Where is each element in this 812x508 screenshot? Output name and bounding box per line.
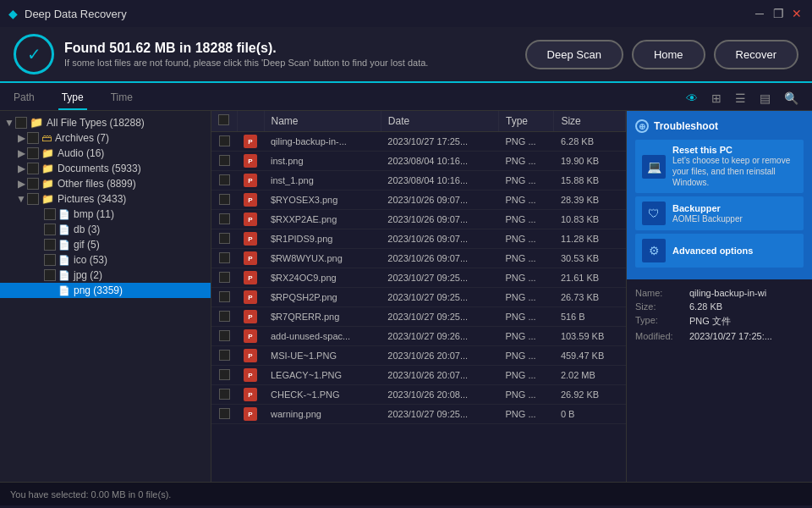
- checkbox-gif[interactable]: [44, 239, 56, 251]
- row-checkbox-2[interactable]: [219, 174, 230, 185]
- troubleshoot-option-advanced[interactable]: ⚙ Advanced options: [635, 234, 804, 268]
- tree-item-pictures[interactable]: ▼ 📁 Pictures (3433): [0, 191, 211, 207]
- table-row[interactable]: P LEGACY~1.PNG 2023/10/26 20:07... PNG .…: [211, 366, 626, 385]
- select-all-checkbox[interactable]: [218, 114, 229, 125]
- file-details: Name: qiling-backup-in-wi Size: 6.28 KB …: [627, 279, 812, 482]
- checkbox-other[interactable]: [27, 178, 39, 190]
- row-checkbox-3[interactable]: [219, 194, 230, 205]
- table-row[interactable]: P $RPQSH2P.png 2023/10/27 09:25... PNG .…: [211, 288, 626, 307]
- file-icon-db: 📄: [58, 224, 70, 235]
- minimize-button[interactable]: ─: [753, 7, 766, 20]
- row-icon-cell: P: [237, 190, 264, 210]
- table-row[interactable]: P CHECK-~1.PNG 2023/10/26 20:08... PNG .…: [211, 385, 626, 405]
- row-date: 2023/10/26 20:07...: [381, 366, 498, 385]
- table-row[interactable]: P inst_1.png 2023/08/04 10:16... PNG ...…: [211, 171, 626, 190]
- grid-icon[interactable]: ⊞: [708, 90, 725, 107]
- file-icon-ico: 📄: [58, 255, 70, 266]
- checkbox-pictures[interactable]: [27, 193, 39, 205]
- tab-time[interactable]: Time: [107, 86, 136, 110]
- row-size: 30.53 KB: [554, 249, 626, 268]
- expander-documents[interactable]: ▶: [15, 163, 27, 174]
- checkbox-db[interactable]: [44, 224, 56, 235]
- tree-item-bmp[interactable]: ▶ 📄 bmp (11): [0, 207, 211, 222]
- tab-path[interactable]: Path: [10, 86, 38, 110]
- search-icon[interactable]: 🔍: [781, 90, 802, 107]
- tree-item-png[interactable]: ▶ 📄 png (3359): [0, 283, 211, 298]
- table-row[interactable]: P MSI-UE~1.PNG 2023/10/26 20:07... PNG .…: [211, 346, 626, 366]
- detail-type-value: PNG 文件: [689, 315, 731, 328]
- table-row[interactable]: P add-unused-spac... 2023/10/27 09:26...…: [211, 327, 626, 346]
- troubleshoot-option-backupper[interactable]: 🛡 Backupper AOMEI Backupper: [635, 196, 804, 230]
- row-checkbox-0[interactable]: [219, 135, 230, 146]
- row-size: 19.90 KB: [554, 152, 626, 171]
- checkbox-bmp[interactable]: [44, 208, 56, 220]
- row-checkbox-6[interactable]: [219, 252, 230, 263]
- table-row[interactable]: P $RXXP2AE.png 2023/10/26 09:07... PNG .…: [211, 210, 626, 229]
- tree-item-archives[interactable]: ▶ 🗃 Archives (7): [0, 130, 211, 146]
- list-icon[interactable]: ☰: [732, 90, 749, 107]
- checkbox-ico[interactable]: [44, 254, 56, 266]
- checkbox-all[interactable]: [15, 117, 27, 129]
- expander-audio[interactable]: ▶: [15, 147, 27, 159]
- tree-item-db[interactable]: ▶ 📄 db (3): [0, 222, 211, 237]
- checkbox-jpg[interactable]: [44, 269, 56, 281]
- deep-scan-button[interactable]: Deep Scan: [525, 40, 623, 69]
- table-row[interactable]: P $RYOSEX3.png 2023/10/26 09:07... PNG .…: [211, 190, 626, 210]
- folder-icon-archives: 🗃: [41, 132, 52, 144]
- checkbox-png[interactable]: [44, 284, 56, 296]
- tree-item-other[interactable]: ▶ 📁 Other files (8899): [0, 176, 211, 191]
- row-checkbox-7[interactable]: [219, 272, 230, 283]
- detail-modified-label: Modified:: [635, 331, 689, 341]
- table-row[interactable]: P $RW8WYUX.png 2023/10/26 09:07... PNG .…: [211, 249, 626, 268]
- table-row[interactable]: P $RX24OC9.png 2023/10/27 09:25... PNG .…: [211, 268, 626, 288]
- checkbox-archives[interactable]: [27, 132, 39, 144]
- eye-icon[interactable]: 👁: [683, 90, 701, 107]
- folder-icon-other: 📁: [41, 178, 54, 190]
- table-row[interactable]: P $R1PIDS9.png 2023/10/26 09:07... PNG .…: [211, 229, 626, 249]
- detail-icon[interactable]: ▤: [756, 90, 774, 107]
- tree-item-all[interactable]: ▼ 📁 All File Types (18288): [0, 114, 211, 130]
- row-checkbox-11[interactable]: [219, 350, 230, 361]
- file-list-scroll[interactable]: Name Date Type Size P qiling-backup-in-.…: [211, 111, 626, 482]
- troubleshoot-option-reset[interactable]: 💻 Reset this PC Let's choose to keep or …: [635, 140, 804, 193]
- tree-item-gif[interactable]: ▶ 📄 gif (5): [0, 237, 211, 252]
- tree-item-audio[interactable]: ▶ 📁 Audio (16): [0, 146, 211, 161]
- row-checkbox-cell: [211, 190, 237, 210]
- checkbox-documents[interactable]: [27, 163, 39, 174]
- row-name: $R7QRERR.png: [264, 307, 381, 327]
- home-button[interactable]: Home: [632, 40, 705, 69]
- tree-item-documents[interactable]: ▶ 📁 Documents (5933): [0, 161, 211, 176]
- row-name: $RPQSH2P.png: [264, 288, 381, 307]
- row-checkbox-1[interactable]: [219, 155, 230, 166]
- table-row[interactable]: P qiling-backup-in-... 2023/10/27 17:25.…: [211, 132, 626, 152]
- row-checkbox-5[interactable]: [219, 233, 230, 244]
- row-checkbox-13[interactable]: [219, 389, 230, 400]
- recover-button[interactable]: Recover: [714, 40, 798, 69]
- expander-other[interactable]: ▶: [15, 178, 27, 190]
- png-file-icon: P: [244, 154, 257, 168]
- table-row[interactable]: P $R7QRERR.png 2023/10/27 09:25... PNG .…: [211, 307, 626, 327]
- app-title-text: Deep Data Recovery: [25, 8, 127, 20]
- row-checkbox-8[interactable]: [219, 291, 230, 302]
- row-checkbox-14[interactable]: [219, 408, 230, 419]
- tree-item-ico[interactable]: ▶ 📄 ico (53): [0, 252, 211, 268]
- expander-archives[interactable]: ▶: [15, 132, 27, 144]
- tab-view-icons: 👁 ⊞ ☰ ▤ 🔍: [683, 90, 802, 107]
- row-checkbox-12[interactable]: [219, 369, 230, 380]
- row-checkbox-4[interactable]: [219, 213, 230, 224]
- file-icon-gif: 📄: [58, 240, 70, 251]
- restore-button[interactable]: ❐: [771, 7, 785, 20]
- tree-item-jpg[interactable]: ▶ 📄 jpg (2): [0, 268, 211, 283]
- expander-pictures[interactable]: ▼: [15, 193, 27, 205]
- expander-all[interactable]: ▼: [3, 117, 15, 129]
- row-checkbox-10[interactable]: [219, 330, 230, 341]
- table-row[interactable]: P inst.png 2023/08/04 10:16... PNG ... 1…: [211, 152, 626, 171]
- backupper-icon: 🛡: [642, 202, 666, 225]
- row-date: 2023/10/26 09:07...: [381, 249, 498, 268]
- close-button[interactable]: ✕: [790, 7, 804, 20]
- png-file-icon: P: [244, 135, 257, 148]
- table-row[interactable]: P warning.png 2023/10/27 09:25... PNG ..…: [211, 405, 626, 424]
- row-checkbox-9[interactable]: [219, 311, 230, 322]
- tab-type[interactable]: Type: [58, 86, 87, 110]
- checkbox-audio[interactable]: [27, 147, 39, 159]
